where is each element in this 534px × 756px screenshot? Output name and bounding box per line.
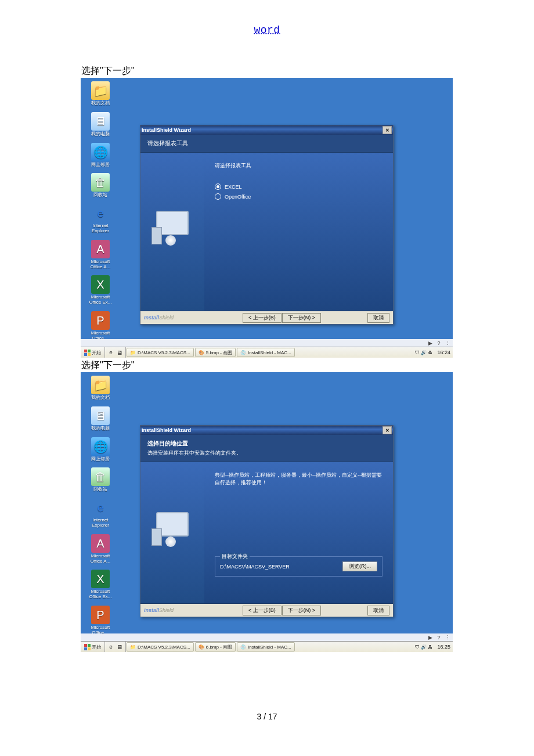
desktop-ql-icon[interactable]: 🖥	[116, 643, 123, 650]
desktop-2: 📁我的文档 🖥我的电脑 🌐网上邻居 🗑回收站 ｅInternet Explore…	[81, 372, 453, 652]
brand-label: InstallShield	[144, 607, 174, 613]
desktop-1: 📁我的文档 🖥我的电脑 🌐网上邻居 🗑回收站 ｅInternet Explore…	[81, 78, 453, 358]
taskbar-item-installer[interactable]: 💿InstallShield - MAC...	[237, 348, 295, 357]
window-title: InstallShield Wizard	[142, 427, 191, 433]
ie-ql-icon[interactable]: ｅ	[107, 643, 114, 650]
windows-logo-icon	[84, 644, 91, 650]
installer-header-text: 请选择报表工具	[147, 139, 386, 147]
system-tray[interactable]: 🛡 🔊 🖧 16:25	[414, 642, 453, 652]
screenshot-1: 📁我的文档 🖥我的电脑 🌐网上邻居 🗑回收站 ｅInternet Explore…	[81, 78, 453, 358]
doc-header-link[interactable]: word	[254, 24, 280, 36]
pc-illustration-icon	[151, 512, 193, 554]
titlebar[interactable]: InstallShield Wizard ✕	[140, 426, 393, 435]
window-title: InstallShield Wizard	[142, 127, 191, 133]
ie-icon: ｅ	[91, 498, 110, 517]
menu-icon[interactable]: ⋮	[444, 340, 451, 346]
icon-office-ppt[interactable]: PMicrosoft Office ...	[86, 606, 115, 636]
next-button[interactable]: 下一步(N) >	[282, 313, 321, 323]
installer-description: 典型--操作员站，工程师站，服务器，最小--操作员站，自定义--根据需要自行选择…	[215, 471, 383, 487]
icon-recycle-bin[interactable]: 🗑回收站	[86, 173, 115, 198]
tip-icon[interactable]: ▶	[427, 340, 434, 346]
system-tray[interactable]: 🛡 🔊 🖧 16:24	[414, 347, 453, 358]
icon-recycle-bin[interactable]: 🗑回收站	[86, 467, 115, 492]
help-icon[interactable]: ?	[435, 340, 442, 346]
icon-network-places[interactable]: 🌐网上邻居	[86, 143, 115, 168]
desktop-icons: 📁我的文档 🖥我的电脑 🌐网上邻居 🗑回收站 ｅInternet Explore…	[86, 81, 121, 358]
access-icon: A	[91, 240, 110, 258]
start-button[interactable]: 开始	[81, 642, 105, 652]
taskbar[interactable]: 开始 ｅ 🖥 📁D:\MACS V5.2.3\MACS... 🎨6.bmp - …	[81, 641, 453, 652]
next-button[interactable]: 下一步(N) >	[282, 606, 321, 615]
desktop-icons: 📁我的文档 🖥我的电脑 🌐网上邻居 🗑回收站 ｅInternet Explore…	[86, 376, 121, 652]
installer-header-pane: 选择目的地位置 选择安装程序在其中安装文件的文件夹。	[140, 435, 393, 462]
titlebar[interactable]: InstallShield Wizard ✕	[140, 125, 393, 135]
screenshot-2: 📁我的文档 🖥我的电脑 🌐网上邻居 🗑回收站 ｅInternet Explore…	[81, 372, 453, 652]
option-openoffice[interactable]: OpenOffice	[215, 193, 383, 200]
destination-folder-group: 目标文件夹 D:\MACSV\MACSV_SERVER 浏览(R)...	[215, 556, 383, 577]
cancel-button[interactable]: 取消	[367, 313, 389, 323]
taskbar-item-paint[interactable]: 🎨5.bmp - 画图	[195, 348, 236, 357]
icon-office-excel[interactable]: XMicrosoft Office Ex...	[86, 275, 115, 305]
tip-icon[interactable]: ▶	[427, 635, 434, 640]
icon-office-access[interactable]: AMicrosoft Office A...	[86, 534, 115, 564]
icon-my-documents[interactable]: 📁我的文档	[86, 81, 115, 106]
pc-illustration-icon	[151, 211, 193, 253]
excel-icon: X	[91, 275, 110, 294]
icon-internet-explorer[interactable]: ｅInternet Explorer	[86, 204, 115, 234]
menu-icon[interactable]: ⋮	[444, 635, 451, 640]
volume-icon[interactable]: 🔊	[421, 645, 427, 650]
help-icon[interactable]: ?	[435, 635, 442, 640]
icon-my-computer[interactable]: 🖥我的电脑	[86, 112, 115, 137]
caption-2: 选择"下一步"	[81, 359, 134, 372]
taskbar-item-folder[interactable]: 📁D:\MACS V5.2.3\MACS...	[127, 642, 194, 651]
option-excel[interactable]: EXCEL	[215, 183, 383, 190]
taskbar-item-folder[interactable]: 📁D:\MACS V5.2.3\MACS...	[127, 348, 194, 357]
installer-prompt: 请选择报表工具	[215, 162, 383, 170]
pc-icon: 🖥	[91, 112, 110, 131]
excel-icon: X	[91, 570, 110, 588]
quick-launch[interactable]: ｅ 🖥	[105, 347, 126, 358]
bin-icon: 🗑	[91, 467, 110, 486]
network-tray-icon[interactable]: 🖧	[428, 645, 432, 650]
back-button[interactable]: < 上一步(B)	[243, 606, 282, 615]
caption-1: 选择"下一步"	[81, 65, 134, 77]
close-button[interactable]: ✕	[383, 126, 392, 134]
shield-icon[interactable]: 🛡	[415, 645, 420, 650]
folder-icon: 📁	[130, 645, 136, 650]
installer-body: 请选择报表工具 请选择报表工具	[140, 135, 393, 324]
folder-icon: 📁	[130, 350, 136, 355]
ie-ql-icon[interactable]: ｅ	[107, 349, 114, 356]
icon-my-computer[interactable]: 🖥我的电脑	[86, 406, 115, 431]
installer-header-pane: 请选择报表工具	[140, 135, 393, 153]
icon-my-documents[interactable]: 📁我的文档	[86, 376, 115, 401]
close-button[interactable]: ✕	[383, 426, 392, 434]
taskbar-item-paint[interactable]: 🎨6.bmp - 画图	[195, 642, 236, 651]
icon-office-ppt[interactable]: PMicrosoft Office ...	[86, 311, 115, 341]
back-button[interactable]: < 上一步(B)	[243, 313, 282, 323]
desktop-ql-icon[interactable]: 🖥	[116, 349, 123, 356]
clock[interactable]: 16:24	[435, 350, 453, 355]
radio-selected-icon	[215, 183, 221, 190]
shield-icon[interactable]: 🛡	[415, 350, 420, 355]
paint-icon: 🎨	[199, 350, 204, 355]
icon-office-access[interactable]: AMicrosoft Office A...	[86, 240, 115, 270]
taskbar-item-installer[interactable]: 💿InstallShield - MAC...	[237, 642, 295, 651]
brand-label: InstallShield	[144, 315, 174, 321]
cancel-button[interactable]: 取消	[367, 606, 389, 615]
start-button[interactable]: 开始	[81, 347, 105, 358]
installer-footer: InstallShield < 上一步(B) 下一步(N) > 取消	[140, 311, 393, 324]
network-tray-icon[interactable]: 🖧	[428, 350, 432, 355]
icon-internet-explorer[interactable]: ｅInternet Explorer	[86, 498, 115, 528]
installer-content: 典型--操作员站，工程师站，服务器，最小--操作员站，自定义--根据需要自行选择…	[140, 462, 393, 603]
tray-icons: 🛡 🔊 🖧	[414, 645, 434, 650]
folder-icon: 📁	[91, 376, 110, 394]
ie-icon: ｅ	[91, 204, 110, 222]
quick-launch[interactable]: ｅ 🖥	[105, 642, 126, 652]
taskbar[interactable]: 开始 ｅ 🖥 📁D:\MACS V5.2.3\MACS... 🎨5.bmp - …	[81, 347, 453, 358]
icon-office-excel[interactable]: XMicrosoft Office Ex...	[86, 570, 115, 600]
clock[interactable]: 16:25	[435, 644, 453, 650]
icon-network-places[interactable]: 🌐网上邻居	[86, 437, 115, 462]
volume-icon[interactable]: 🔊	[421, 350, 427, 355]
document-page: word 选择"下一步" 📁我的文档 🖥我的电脑 🌐网上邻居 🗑回收站 ｅInt…	[0, 0, 534, 756]
browse-button[interactable]: 浏览(R)...	[342, 561, 377, 571]
